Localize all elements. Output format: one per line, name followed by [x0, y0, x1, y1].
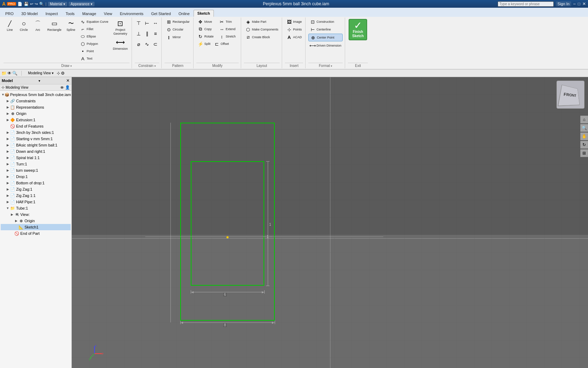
tab-getstarted[interactable]: Get Started	[147, 10, 175, 17]
search-input[interactable]	[498, 1, 554, 7]
tb-btn-search[interactable]: 🔍	[39, 2, 44, 6]
tree-origin2-expander[interactable]: ▶	[14, 219, 18, 223]
draw-arc-btn[interactable]: ⌒ Arc	[31, 18, 44, 33]
offset-btn[interactable]: ⊏ Offset	[212, 40, 230, 47]
tree-zigzag11-expander[interactable]: ▶	[6, 193, 10, 198]
tb-btn-undo[interactable]: ↩	[30, 2, 33, 6]
trim-btn[interactable]: ✂ Trim	[218, 18, 239, 25]
maximize-btn[interactable]: □	[578, 1, 580, 6]
tb-btn-redo[interactable]: ↪	[35, 2, 38, 6]
tab-pro[interactable]: PRO	[1, 10, 18, 17]
tree-tube1-expander[interactable]: ▼	[6, 206, 10, 210]
dimension-btn[interactable]: ⟷ Dimension	[111, 37, 130, 52]
modeling-view-dropdown[interactable]: Modeling View ▾	[26, 70, 56, 76]
sidebar-view-dropdown[interactable]: Modeling View	[6, 86, 59, 89]
tree-spiral[interactable]: ▶ 📄 Spiral trial 1:1	[1, 155, 71, 161]
mirror-btn[interactable]: ⫿ Mirror	[164, 34, 191, 41]
make-components-btn[interactable]: ⬡ Make Components	[244, 26, 280, 33]
polygon-btn[interactable]: ⬡ Polygon	[79, 40, 110, 47]
nav-pan-btn[interactable]: ✋	[580, 132, 588, 140]
tree-extrusion1[interactable]: ▶ 🔶 Extrusion:1	[1, 117, 71, 123]
tree-end-features[interactable]: ▶ 🚫 End of Features	[1, 123, 71, 129]
constrain-btn-7[interactable]: ⌀	[135, 39, 142, 49]
project-geometry-btn[interactable]: ⊡ ProjectGeometry	[111, 18, 130, 37]
text-btn[interactable]: A Text	[79, 55, 110, 62]
finish-sketch-btn[interactable]: ✓ FinishSketch	[349, 19, 367, 40]
tree-origin-expander[interactable]: ▶	[6, 111, 10, 116]
driven-dim-btn[interactable]: ⟷ Driven Dimension	[308, 42, 343, 49]
construction-btn[interactable]: ⊡ Construction	[308, 18, 343, 25]
tree-bottomdrop-expander[interactable]: ▶	[6, 181, 10, 185]
extend-btn[interactable]: ↔ Extend	[218, 26, 239, 33]
sidebar-expand-icon[interactable]: ▾	[38, 79, 40, 83]
tb-btn-save[interactable]: 💾	[24, 2, 29, 6]
tree-halfpipe[interactable]: ▶ 📄 HAlf Pipe:1	[1, 199, 71, 205]
tree-starting[interactable]: ▶ 📄 Starting v mm 5mm:1	[1, 136, 71, 142]
close-btn[interactable]: ✕	[582, 1, 586, 6]
constrain-btn-3[interactable]: ↔	[152, 18, 159, 28]
tree-basic-expander[interactable]: ▶	[6, 143, 10, 147]
toolbar-icon-3[interactable]: 🔍	[12, 71, 18, 76]
sidebar-close-icon[interactable]: ✕	[66, 78, 70, 83]
tree-zigzag11[interactable]: ▶ 📄 Zig Zag 1:1	[1, 192, 71, 199]
constrain-btn-2[interactable]: ⊢	[143, 18, 151, 28]
tree-zigzag-expander[interactable]: ▶	[6, 187, 10, 191]
constrain-btn-4[interactable]: ⊥	[135, 29, 142, 39]
nav-home-btn[interactable]: ⌂	[580, 116, 588, 123]
tree-spiral-expander[interactable]: ▶	[6, 156, 10, 160]
tree-origin[interactable]: ▶ ⊕ Origin	[1, 110, 71, 117]
constrain-btn-6[interactable]: ≡	[152, 29, 159, 39]
tab-environments[interactable]: Environments	[116, 10, 147, 17]
tree-turnsweep-expander[interactable]: ▶	[6, 168, 10, 172]
acad-btn[interactable]: A ACAD	[285, 34, 303, 41]
move-btn[interactable]: ✥ Move	[196, 18, 217, 25]
tree-turn1[interactable]: ▶ 📄 Turn:1	[1, 161, 71, 167]
tree-view-expander[interactable]: ▶	[10, 212, 14, 217]
stretch-btn[interactable]: ↕ Stretch	[218, 33, 239, 40]
tree-view[interactable]: ▶ 👁‍🗨 View:	[1, 211, 71, 218]
tab-inspect[interactable]: Inspect	[42, 10, 62, 17]
make-part-btn[interactable]: ◈ Make Part	[244, 18, 280, 25]
rectangular-btn[interactable]: ⊞ Rectangular	[164, 18, 191, 25]
tree-root[interactable]: ▼ 📦 Perplexus 5mm ball 3inch cube.iam	[1, 91, 71, 98]
centerline-btn[interactable]: ⊢ Centerline	[308, 26, 343, 33]
tb-btn-new[interactable]: 📄	[18, 2, 22, 6]
nav-full-btn[interactable]: ⊞	[580, 149, 588, 157]
split-btn[interactable]: ⚡ Split	[196, 40, 212, 47]
tree-turnsweep[interactable]: ▶ 📄 turn sweep:1	[1, 167, 71, 173]
point-btn[interactable]: • Point	[79, 48, 110, 55]
filter-icon[interactable]: ⊹	[57, 71, 60, 76]
sidebar-view-icon[interactable]: 👁	[60, 86, 64, 90]
draw-line-btn[interactable]: ╱ Line	[4, 18, 16, 33]
ellipse-btn[interactable]: ⬭ Ellipse	[79, 33, 110, 40]
viewport[interactable]: 8 6 1 1 FRON	[72, 77, 588, 368]
center-point-btn[interactable]: ⊕ Center Point	[308, 34, 343, 41]
tree-zigzag[interactable]: ▶ 📄 Zig Zag:1	[1, 186, 71, 192]
minimize-btn[interactable]: –	[573, 1, 576, 6]
sign-in-btn[interactable]: Sign In	[556, 1, 571, 6]
tab-view[interactable]: View	[100, 10, 116, 17]
tree-extrusion1-expander[interactable]: ▶	[6, 118, 10, 122]
toolbar-icon-1[interactable]: 📁	[1, 71, 7, 76]
tree-sketch1[interactable]: ▶ 📐 Sketch1	[1, 224, 71, 230]
tree-end-part[interactable]: ▶ 🚫 End of Part	[1, 230, 71, 237]
fillet-btn[interactable]: ⌐ Fillet	[79, 26, 110, 33]
points-btn[interactable]: ⊹ Points	[285, 26, 303, 33]
circular-btn[interactable]: ⊙ Circular	[164, 26, 191, 33]
tree-starting-expander[interactable]: ▶	[6, 137, 10, 141]
tree-representations[interactable]: ▶ 📋 Representations	[1, 104, 71, 110]
tree-representations-expander[interactable]: ▶	[6, 105, 10, 109]
draw-circle-btn[interactable]: ○ Circle	[18, 18, 30, 33]
tree-3inch[interactable]: ▶ 📄 3inch by 3inch sides:1	[1, 129, 71, 136]
draw-rect-btn[interactable]: ▭ Rectangle	[46, 18, 63, 33]
nav-zoom-btn[interactable]: 🔍	[580, 124, 588, 132]
image-btn[interactable]: 🖼 Image	[285, 18, 303, 25]
copy-btn[interactable]: ⧉ Copy	[196, 26, 217, 33]
tab-tools[interactable]: Tools	[62, 10, 78, 17]
constrain-btn-5[interactable]: ∥	[143, 29, 151, 39]
tree-constraints-expander[interactable]: ▶	[6, 99, 10, 103]
settings-icon[interactable]: ⚙	[61, 71, 65, 76]
tree-origin2[interactable]: ▶ ⊕ Origin	[1, 218, 71, 224]
tab-online[interactable]: Online	[175, 10, 194, 17]
tree-down[interactable]: ▶ 📄 Down and right:1	[1, 148, 71, 155]
